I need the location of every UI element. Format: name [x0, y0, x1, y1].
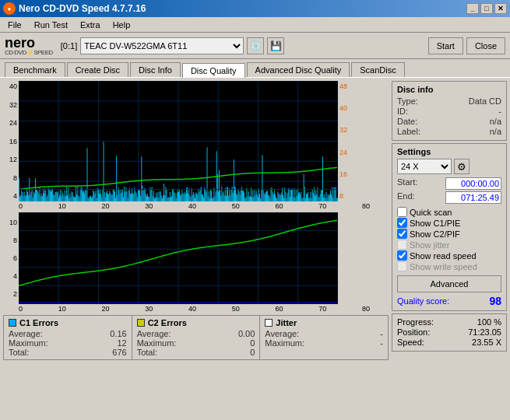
disc-type-label: Type: [397, 96, 418, 106]
progress-panel: Progress: 100 % Position: 71:23.05 Speed… [392, 313, 507, 352]
menu-file[interactable]: File [3, 19, 26, 31]
disc-info-title: Disc info [397, 85, 501, 94]
advanced-button[interactable]: Advanced [397, 275, 501, 292]
c2-total-label: Total: [137, 348, 157, 357]
show-c2-checkbox[interactable] [397, 229, 407, 239]
jitter-max-value: - [380, 338, 383, 348]
disc-id-label: ID: [397, 107, 408, 116]
bottom-chart-canvas [19, 212, 338, 304]
speed-row-progress: Speed: 23.55 X [397, 338, 501, 347]
start-time-row: Start: [397, 177, 501, 190]
maximize-button[interactable]: □ [480, 3, 493, 14]
drive-selector[interactable]: TEAC DV-W522GMA 6T11 [80, 37, 244, 54]
close-button[interactable]: ✕ [494, 3, 507, 14]
menu-help[interactable]: Help [108, 19, 135, 31]
titlebar-controls[interactable]: _ □ ✕ [466, 3, 507, 14]
right-panel: Disc info Type: Data CD ID: - Date: n/a … [392, 81, 507, 360]
save-button[interactable]: 💾 [267, 37, 284, 54]
menu-extra[interactable]: Extra [76, 19, 105, 31]
show-jitter-row: Show jitter [397, 240, 501, 250]
settings-title: Settings [397, 147, 501, 156]
tab-advanced-disc-quality[interactable]: Advanced Disc Quality [247, 62, 350, 77]
tab-disc-quality[interactable]: Disc Quality [182, 63, 245, 78]
end-time-input[interactable] [445, 191, 501, 204]
disc-icon-button[interactable]: 💿 [247, 37, 264, 54]
disc-label-label: Label: [397, 127, 420, 136]
disc-date-label: Date: [397, 117, 417, 126]
menubar: File Run Test Extra Help [0, 17, 510, 33]
tab-create-disc[interactable]: Create Disc [67, 62, 128, 77]
jitter-avg-row: Average: - [265, 329, 383, 338]
quick-scan-row: Quick scan [397, 207, 501, 217]
show-write-speed-checkbox[interactable] [397, 261, 407, 271]
settings-gear-button[interactable]: ⚙ [454, 159, 470, 174]
c1-max-label: Maximum: [9, 338, 48, 348]
top-chart-y-left: 40 32 24 16 12 8 4 [3, 81, 19, 201]
disc-id-row: ID: - [397, 107, 501, 116]
show-jitter-checkbox[interactable] [397, 240, 407, 250]
toolbar: nero CD·DVD⚡SPEED [0:1] TEAC DV-W522GMA … [0, 33, 510, 59]
nero-brand: nero [5, 36, 53, 50]
c1-total-row: Total: 676 [9, 348, 127, 357]
c2-avg-value: 0.00 [238, 329, 255, 338]
position-value: 71:23.05 [468, 327, 501, 337]
disc-date-row: Date: n/a [397, 117, 501, 126]
show-write-speed-label: Show write speed [410, 262, 477, 271]
close-app-button[interactable]: Close [466, 37, 505, 54]
tab-scan-disc[interactable]: ScanDisc [351, 62, 404, 77]
c2-total-value: 0 [250, 348, 255, 357]
start-time-input[interactable] [445, 177, 501, 190]
c1-total-value: 676 [112, 348, 126, 357]
quick-scan-checkbox[interactable] [397, 207, 407, 217]
speed-selector[interactable]: 24 X [397, 159, 452, 174]
disc-date-value: n/a [490, 117, 501, 126]
bottom-chart-y-left: 10 8 6 4 2 [3, 212, 19, 304]
tab-disc-info[interactable]: Disc Info [130, 62, 181, 77]
start-button[interactable]: Start [428, 37, 463, 54]
position-label: Position: [397, 327, 430, 337]
bottom-chart-inner: 10 8 6 4 2 [3, 212, 389, 304]
show-c1-label: Show C1/PIE [410, 219, 460, 228]
progress-row: Progress: 100 % [397, 317, 501, 327]
c2-avg-row: Average: 0.00 [137, 329, 255, 338]
top-chart-inner: 40 32 24 16 12 8 4 48 40 32 24 16 8 [3, 81, 389, 201]
start-time-label: Start: [397, 177, 417, 190]
top-chart-y-right: 48 40 32 24 16 8 [338, 81, 357, 201]
c1-total-label: Total: [9, 348, 29, 357]
minimize-button[interactable]: _ [466, 3, 479, 14]
c2-max-value: 0 [250, 338, 255, 348]
jitter-stats: Jitter Average: - Maximum: - [260, 316, 388, 359]
disc-info-panel: Disc info Type: Data CD ID: - Date: n/a … [392, 81, 507, 141]
bottom-chart-container: 10 8 6 4 2 0 10 20 30 40 50 60 70 80 [3, 212, 389, 313]
c1-label: C1 Errors [19, 318, 58, 327]
bottom-chart-y-right [338, 212, 357, 304]
c2-total-row: Total: 0 [137, 348, 255, 357]
quality-row: Quality score: 98 [397, 295, 501, 307]
c2-max-label: Maximum: [137, 338, 177, 348]
c2-stats: C2 Errors Average: 0.00 Maximum: 0 Total… [132, 316, 261, 359]
menu-run-test[interactable]: Run Test [30, 19, 72, 31]
c2-label: C2 Errors [148, 318, 187, 327]
jitter-header: Jitter [265, 318, 383, 327]
tab-benchmark[interactable]: Benchmark [5, 62, 65, 77]
tab-bar: Benchmark Create Disc Disc Info Disc Qua… [0, 59, 510, 77]
show-read-speed-checkbox[interactable] [397, 250, 407, 261]
jitter-avg-value: - [380, 329, 383, 338]
c1-stats: C1 Errors Average: 0.16 Maximum: 12 Tota… [4, 316, 132, 359]
bottom-chart-x-labels: 0 10 20 30 40 50 60 70 80 [3, 304, 370, 313]
show-c1-checkbox[interactable] [397, 218, 407, 228]
c2-color-box [137, 319, 145, 327]
quality-value: 98 [489, 295, 501, 307]
c2-avg-label: Average: [137, 329, 171, 338]
jitter-label: Jitter [276, 318, 297, 327]
show-c2-label: Show C2/PIF [410, 229, 460, 239]
chart-area: 40 32 24 16 12 8 4 48 40 32 24 16 8 [3, 81, 389, 360]
show-write-speed-row: Show write speed [397, 261, 501, 271]
top-chart-canvas [19, 81, 338, 201]
progress-label: Progress: [397, 317, 434, 327]
disc-type-row: Type: Data CD [397, 96, 501, 106]
nero-logo: nero CD·DVD⚡SPEED [5, 36, 53, 56]
c2-max-row: Maximum: 0 [137, 338, 255, 348]
settings-panel: Settings 24 X ⚙ Start: End: Quick scan [392, 143, 507, 311]
jitter-max-row: Maximum: - [265, 338, 383, 348]
